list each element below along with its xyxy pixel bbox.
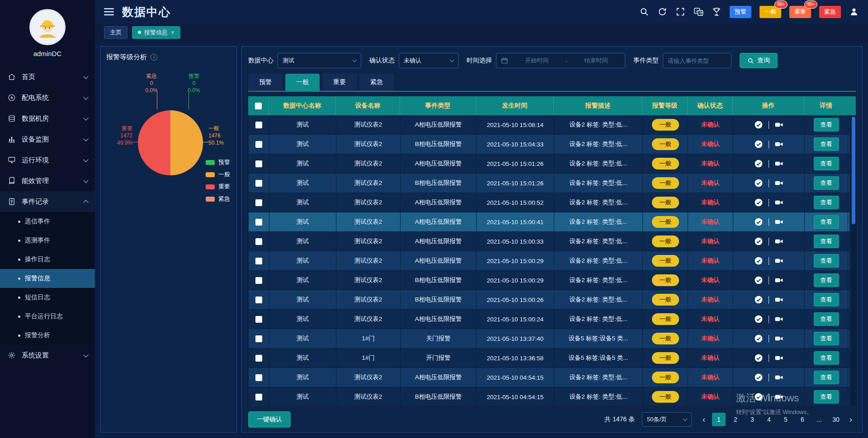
sidebar-item-sms-log[interactable]: 短信日志: [0, 288, 95, 307]
row-checkbox[interactable]: [255, 355, 262, 362]
page-ellipsis[interactable]: ...: [812, 413, 826, 426]
row-checkbox[interactable]: [255, 297, 262, 303]
row-checkbox[interactable]: [255, 258, 262, 264]
row-checkbox[interactable]: [255, 238, 262, 245]
confirm-icon[interactable]: [754, 353, 763, 363]
end-time-placeholder[interactable]: 结束时间: [572, 57, 620, 65]
camera-icon[interactable]: [774, 256, 783, 265]
table-row[interactable]: 测试测试仪表2A相电压低限报警2021-05-10 15:00:33设备2 标签…: [248, 232, 849, 251]
sidebar-item-telemetry-events[interactable]: 遥测事件: [0, 231, 95, 250]
sidebar-item-alarm-info[interactable]: 报警信息: [0, 269, 95, 288]
legend-item-normal[interactable]: 一般: [206, 170, 230, 179]
camera-icon[interactable]: [774, 392, 783, 401]
table-row[interactable]: 测试测试仪表2A相电压低限报警2021-05-10 04:54:15设备2 标签…: [248, 368, 849, 387]
table-row[interactable]: 测试测试仪表2B相电压低限报警2021-05-10 15:01:26设备2 标签…: [248, 174, 849, 193]
table-row[interactable]: 测试测试仪表2A相电压低限报警2021-05-10 15:00:29设备2 标签…: [248, 251, 849, 271]
view-button[interactable]: 查看: [814, 332, 839, 345]
sidebar-item-settings[interactable]: 系统设置: [0, 345, 95, 366]
row-checkbox[interactable]: [255, 160, 262, 167]
sidebar-item-home[interactable]: 首页: [0, 66, 95, 87]
page-button[interactable]: 30: [829, 413, 843, 426]
camera-icon[interactable]: [774, 353, 783, 363]
confirm-all-button[interactable]: 一键确认: [248, 411, 291, 428]
camera-icon[interactable]: [774, 120, 783, 129]
view-button[interactable]: 查看: [814, 312, 839, 326]
table-row[interactable]: 测试测试仪表2A相电压低限报警2021-05-10 15:00:52设备2 标签…: [248, 193, 849, 212]
confirm-icon[interactable]: [754, 373, 763, 382]
select-all-checkbox[interactable]: [255, 103, 262, 109]
camera-icon[interactable]: [774, 315, 783, 324]
normal-level-badge[interactable]: 一般99+: [760, 6, 781, 18]
confirm-icon[interactable]: [754, 120, 763, 129]
tab-urgent[interactable]: 紧急: [359, 74, 394, 91]
urgent-level-badge[interactable]: 紧急: [819, 6, 841, 18]
view-button[interactable]: 查看: [814, 351, 839, 365]
row-checkbox[interactable]: [255, 199, 262, 206]
row-checkbox[interactable]: [255, 180, 262, 187]
table-row[interactable]: 测试测试仪表2A相电压低限报警2021-05-10 15:00:41设备2 标签…: [248, 212, 849, 232]
table-row[interactable]: 测试测试仪表2A相电压低限报警2021-05-10 15:01:26设备2 标签…: [248, 154, 849, 174]
tab-major[interactable]: 重要: [322, 74, 357, 91]
table-row[interactable]: 测试测试仪表2B相电压低限报警2021-05-10 15:00:26设备2 标签…: [248, 290, 849, 310]
row-checkbox[interactable]: [255, 394, 262, 400]
page-button[interactable]: 1: [712, 413, 726, 426]
view-button[interactable]: 查看: [814, 215, 839, 229]
confirm-icon[interactable]: [754, 140, 763, 149]
confirm-icon[interactable]: [754, 392, 763, 401]
sidebar-item-alarm-analysis[interactable]: 报警分析: [0, 326, 95, 345]
row-checkbox[interactable]: [255, 374, 262, 381]
legend-item-urgent[interactable]: 紧急: [206, 195, 230, 203]
start-time-placeholder[interactable]: 开始时间: [513, 57, 561, 65]
search-icon[interactable]: [639, 7, 649, 17]
view-button[interactable]: 查看: [814, 273, 839, 287]
table-row[interactable]: 测试测试仪表2B相电压低限报警2021-05-10 15:00:29设备2 标签…: [248, 271, 849, 290]
tab-home[interactable]: 主页: [104, 26, 127, 39]
confirm-status-select[interactable]: 未确认: [399, 53, 458, 68]
view-button[interactable]: 查看: [814, 176, 839, 190]
table-row[interactable]: 测试测试仪表2A相电压低限报警2021-05-10 15:00:24设备2 标签…: [248, 310, 849, 329]
event-type-input[interactable]: [663, 53, 731, 68]
view-button[interactable]: 查看: [814, 390, 839, 404]
confirm-icon[interactable]: [754, 237, 763, 246]
confirm-icon[interactable]: [754, 179, 763, 188]
sidebar-item-data-room[interactable]: 数据机房: [0, 108, 95, 129]
user-icon[interactable]: [849, 7, 859, 17]
camera-icon[interactable]: [774, 334, 783, 343]
date-range-picker[interactable]: 开始时间 - 结束时间: [496, 53, 625, 68]
table-row[interactable]: 测试测试仪表2B相电压低限报警2021-05-10 04:54:15设备2 标签…: [248, 387, 849, 407]
page-button[interactable]: 5: [779, 413, 793, 426]
avatar[interactable]: [29, 9, 66, 45]
hamburger-menu-icon[interactable]: [104, 8, 114, 16]
alarm-pie[interactable]: [138, 110, 203, 175]
confirm-icon[interactable]: [754, 256, 763, 265]
camera-icon[interactable]: [774, 276, 783, 285]
view-button[interactable]: 查看: [814, 235, 839, 248]
camera-icon[interactable]: [774, 179, 783, 188]
sidebar-item-environment[interactable]: 运行环境: [0, 150, 95, 170]
confirm-icon[interactable]: [754, 159, 763, 168]
row-checkbox[interactable]: [255, 316, 262, 323]
sidebar-item-operation-log[interactable]: 操作日志: [0, 250, 95, 269]
confirm-icon[interactable]: [754, 276, 763, 285]
sidebar-item-telesignal-events[interactable]: 遥信事件: [0, 212, 95, 231]
view-button[interactable]: 查看: [814, 196, 839, 209]
tab-warning[interactable]: 预警: [248, 74, 283, 91]
page-button[interactable]: 6: [796, 413, 809, 426]
view-button[interactable]: 查看: [814, 254, 839, 268]
confirm-icon[interactable]: [754, 295, 763, 304]
refresh-icon[interactable]: [657, 7, 667, 17]
row-checkbox[interactable]: [255, 122, 262, 128]
sidebar-item-device-monitor[interactable]: 设备监测: [0, 129, 95, 150]
page-button[interactable]: 4: [762, 413, 776, 426]
table-row[interactable]: 测试测试仪表2A相电压低限报警2021-05-10 15:08:14设备2 标签…: [248, 115, 849, 135]
camera-icon[interactable]: [774, 159, 783, 168]
scrollbar-track[interactable]: [851, 115, 856, 407]
camera-icon[interactable]: [774, 237, 783, 246]
datacenter-select[interactable]: 测试: [278, 53, 361, 68]
page-button[interactable]: 2: [729, 413, 742, 426]
camera-icon[interactable]: [774, 373, 783, 382]
row-checkbox[interactable]: [255, 219, 262, 226]
prev-page-button[interactable]: ‹: [699, 415, 709, 424]
major-level-badge[interactable]: 重要99+: [789, 6, 811, 18]
info-icon[interactable]: i: [151, 54, 157, 61]
